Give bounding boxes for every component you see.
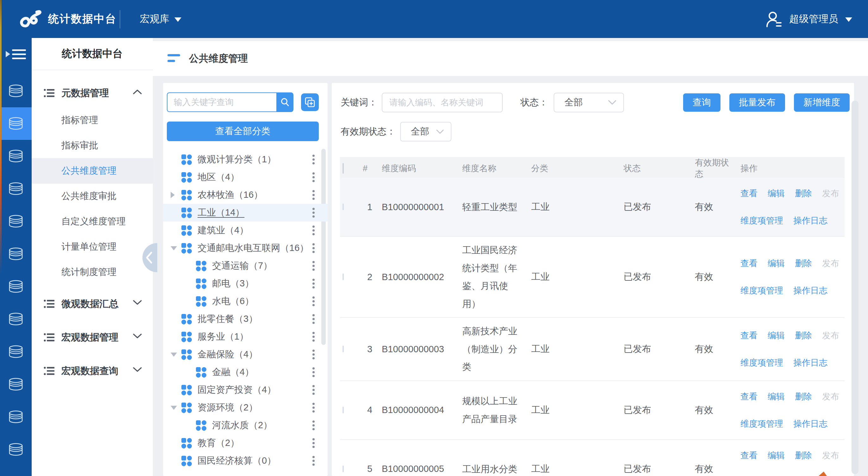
table-row[interactable]: 3 B10000000003 高新技术产业（制造业）分类 工业 已发布 有效 查…: [340, 318, 844, 381]
tree-item[interactable]: 服务业（1）: [163, 328, 328, 346]
row-action-link[interactable]: 删除: [795, 258, 812, 269]
tree-item[interactable]: 资源环境（2）: [163, 399, 328, 416]
sidebar-menu-item[interactable]: 计量单位管理: [32, 234, 153, 259]
more-actions-icon[interactable]: [312, 155, 315, 165]
tree-expander[interactable]: [170, 156, 177, 163]
row-action-link[interactable]: 操作日志: [793, 357, 828, 369]
table-row[interactable]: 2 B10000000002 工业国民经济统计类型（年鉴、月讯使用） 工业 已发…: [340, 237, 844, 318]
tree-item[interactable]: 建筑业（4）: [163, 222, 328, 239]
sidebar-group-header[interactable]: 微观数据汇总: [32, 289, 153, 318]
rail-item-database[interactable]: [0, 140, 32, 172]
tree-expander[interactable]: [170, 351, 177, 358]
library-switcher[interactable]: 宏观库: [140, 0, 181, 38]
more-actions-icon[interactable]: [312, 261, 315, 271]
row-checkbox[interactable]: [342, 346, 344, 352]
row-action-link[interactable]: 查看: [740, 258, 757, 269]
tree-item[interactable]: 水电（6）: [163, 292, 328, 310]
row-action-link[interactable]: 维度项管理: [740, 285, 783, 296]
row-action-link[interactable]: 查看: [740, 188, 757, 199]
row-action-link[interactable]: 编辑: [768, 188, 785, 199]
row-action-link[interactable]: 查看: [740, 450, 757, 461]
row-checkbox[interactable]: [342, 407, 344, 413]
user-menu[interactable]: 超级管理员: [765, 0, 852, 38]
more-actions-icon[interactable]: [312, 456, 315, 466]
tree-search-button[interactable]: [276, 92, 293, 112]
tree-expander[interactable]: [170, 263, 177, 269]
tree-expander[interactable]: [170, 458, 177, 464]
more-actions-icon[interactable]: [312, 350, 315, 359]
row-checkbox[interactable]: [342, 466, 344, 472]
tree-item[interactable]: 微观计算分类（1）: [163, 151, 328, 168]
rail-collapse-toggle[interactable]: [0, 46, 32, 62]
sidebar-menu-item[interactable]: 自定义维度管理: [32, 209, 153, 234]
row-checkbox[interactable]: [342, 203, 344, 210]
tree-item[interactable]: 邮电（3）: [163, 275, 328, 292]
row-action-link[interactable]: 编辑: [768, 330, 785, 341]
rail-item-database[interactable]: [0, 336, 32, 368]
tree-item[interactable]: 交通邮电水电互联网（16）: [163, 239, 328, 257]
row-action-link[interactable]: 查看: [740, 391, 757, 402]
more-actions-icon[interactable]: [312, 403, 315, 413]
more-actions-icon[interactable]: [312, 314, 315, 324]
sidebar-group-header[interactable]: 宏观数据管理: [32, 323, 153, 352]
more-actions-icon[interactable]: [312, 190, 315, 200]
row-action-link[interactable]: 删除: [795, 450, 812, 461]
rail-item-database[interactable]: [0, 238, 32, 270]
more-actions-icon[interactable]: [312, 172, 315, 182]
sidebar-menu-item[interactable]: 公共维度管理: [32, 158, 153, 184]
more-actions-icon[interactable]: [312, 332, 315, 342]
tree-expander[interactable]: [170, 192, 177, 198]
view-all-categories-button[interactable]: 查看全部分类: [167, 122, 319, 141]
row-action-link[interactable]: 编辑: [768, 450, 785, 461]
row-action-link[interactable]: 删除: [795, 391, 812, 402]
row-checkbox[interactable]: [342, 274, 344, 280]
tree-item[interactable]: 教育（2）: [163, 434, 328, 452]
row-action-link[interactable]: 操作日志: [793, 215, 828, 226]
row-action-link[interactable]: 维度项管理: [740, 215, 783, 226]
rail-item-database[interactable]: [0, 368, 32, 401]
sidebar-menu-item[interactable]: 统计制度管理: [32, 259, 153, 285]
validity-select[interactable]: 全部: [400, 122, 452, 141]
tree-expander[interactable]: [170, 405, 177, 411]
tree-expander[interactable]: [170, 174, 177, 181]
sidebar-group-header[interactable]: 宏观数据查询: [32, 356, 153, 385]
tree-expander[interactable]: [170, 440, 177, 446]
tree-expander[interactable]: [170, 369, 177, 375]
rail-item-database[interactable]: [0, 75, 32, 107]
tree-expander[interactable]: [170, 280, 177, 287]
more-actions-icon[interactable]: [312, 385, 315, 395]
status-select[interactable]: 全部: [554, 93, 624, 113]
more-actions-icon[interactable]: [312, 296, 315, 306]
tree-item[interactable]: 金融（4）: [163, 363, 328, 381]
query-button[interactable]: 查询: [683, 93, 720, 112]
rail-item-database[interactable]: [0, 205, 32, 238]
tree-item[interactable]: 批零住餐（3）: [163, 310, 328, 328]
rail-item-database[interactable]: [0, 172, 32, 205]
more-actions-icon[interactable]: [312, 208, 315, 218]
keyword-input[interactable]: [382, 93, 503, 113]
row-action-link[interactable]: 编辑: [768, 391, 785, 402]
sidebar-group-header[interactable]: 元数据管理: [32, 78, 153, 107]
page-scrollbar[interactable]: [851, 101, 859, 474]
more-actions-icon[interactable]: [312, 368, 315, 377]
row-action-link[interactable]: 操作日志: [793, 418, 828, 430]
tree-expander[interactable]: [170, 334, 177, 340]
add-category-button[interactable]: [301, 93, 319, 111]
rail-item-database[interactable]: [0, 107, 32, 140]
more-actions-icon[interactable]: [312, 279, 315, 289]
more-actions-icon[interactable]: [312, 421, 315, 431]
row-action-link[interactable]: 编辑: [768, 258, 785, 269]
tree-expander[interactable]: [170, 210, 177, 216]
tree-expander[interactable]: [170, 245, 177, 251]
row-action-link[interactable]: 删除: [795, 330, 812, 341]
row-action-link[interactable]: 删除: [795, 188, 812, 199]
row-action-link[interactable]: 查看: [740, 330, 757, 341]
tree-expander[interactable]: [170, 387, 177, 393]
table-row[interactable]: 5 B10000000005 工业用水分类 工业 已发布 有效 查看编辑删除发布…: [340, 440, 844, 476]
tree-item[interactable]: 河流水质（2）: [163, 416, 328, 434]
rail-item-database[interactable]: [0, 303, 32, 336]
table-row[interactable]: 1 B10000000001 轻重工业类型 工业 已发布 有效 查看编辑删除发布…: [340, 178, 844, 237]
select-all-checkbox[interactable]: [342, 163, 344, 174]
tree-expander[interactable]: [170, 422, 177, 429]
tree-expander[interactable]: [170, 227, 177, 233]
